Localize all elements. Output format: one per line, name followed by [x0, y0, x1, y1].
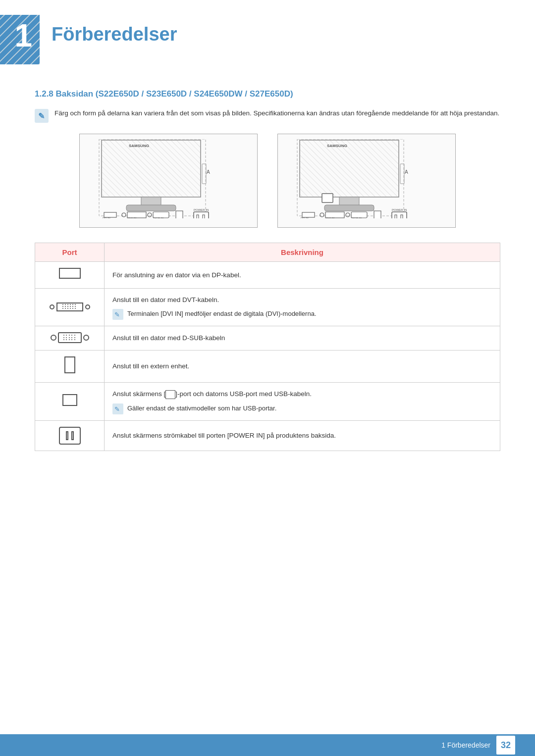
svg-point-36 [320, 213, 324, 217]
note-inline-icon-usb: ✎ [112, 403, 123, 414]
dvi-body [56, 302, 83, 311]
monitor-diagram-left: SAMSUNG A DP IN [79, 134, 258, 228]
svg-rect-23 [203, 215, 205, 218]
table-row: Anslut skärmens strömkabel till porten [… [35, 420, 500, 451]
svg-text:RGB IN: RGB IN [352, 217, 362, 218]
svg-text:SAMSUNG: SAMSUNG [129, 144, 149, 148]
page-footer: 1 Förberedelser 32 [0, 734, 535, 756]
table-row: Anslut till en dator med DVT-kabeln. ✎ T… [35, 288, 500, 326]
table-header-port: Port [35, 243, 105, 262]
svg-rect-44 [392, 212, 407, 218]
monitor-svg-right: SAMSUNG A DP IN DVI IN RGB I [295, 139, 438, 218]
power-pin-right [71, 431, 74, 440]
table-row: Anslut till en dator med D-SUB-kabeln [35, 326, 500, 351]
note-box: ✎ Färg och form på delarna kan variera f… [35, 108, 500, 123]
svg-rect-22 [197, 215, 199, 218]
svg-text:DVI IN: DVI IN [326, 217, 335, 218]
rgb-port-drawing [51, 332, 89, 343]
svg-text:POWER IN: POWER IN [194, 208, 209, 211]
port-icon-power [35, 420, 105, 451]
rgb-dot-left [51, 335, 56, 341]
footer-text: 1 Förberedelser [441, 741, 490, 749]
monitor-diagram-right: SAMSUNG A DP IN DVI IN RGB I [277, 134, 456, 228]
port-desc-power: Anslut skärmens strömkabel till porten [… [105, 420, 500, 451]
svg-rect-6 [141, 197, 161, 206]
svg-point-13 [122, 213, 126, 217]
table-row: Anslut skärmens [ ]-port och datorns USB… [35, 383, 500, 421]
svg-text:SAMSUNG: SAMSUNG [327, 144, 347, 148]
chapter-number-block: 1 [0, 15, 40, 64]
svg-text:✎: ✎ [114, 405, 120, 413]
svg-text:✎: ✎ [114, 311, 120, 318]
svg-rect-26 [300, 141, 398, 197]
port-desc-rgb: Anslut till en dator med D-SUB-kabeln [105, 326, 500, 351]
main-content: 1.2.8 Baksidan (S22E650D / S23E650D / S2… [0, 79, 535, 471]
svg-rect-19 [176, 211, 183, 218]
svg-rect-45 [395, 215, 397, 218]
note-text: Färg och form på delarna kan variera frå… [54, 108, 499, 119]
table-header-description: Beskrivning [105, 243, 500, 262]
svg-rect-21 [194, 212, 209, 218]
usb-port-drawing [62, 394, 77, 406]
svg-text:DVI IN: DVI IN [128, 217, 137, 218]
power-port-drawing [59, 427, 81, 445]
monitor-drawing-right: SAMSUNG A DP IN DVI IN RGB I [285, 139, 448, 218]
svg-text:DP IN: DP IN [103, 217, 110, 218]
rgb-dot-right [83, 335, 89, 341]
port-icon-dp [35, 262, 105, 289]
svg-text:✎: ✎ [38, 112, 45, 120]
port-icon-audio [35, 350, 105, 383]
port-desc-dvi: Anslut till en dator med DVT-kabeln. ✎ T… [105, 288, 500, 326]
table-row: Anslut till en extern enhet. [35, 350, 500, 383]
svg-rect-4 [102, 141, 200, 197]
svg-rect-42 [374, 211, 381, 218]
monitor-drawing-left: SAMSUNG A DP IN [87, 139, 250, 218]
dvi-dots [62, 304, 77, 309]
monitor-svg-left: SAMSUNG A DP IN [97, 139, 240, 218]
svg-rect-28 [339, 197, 359, 206]
footer-page-number: 32 [496, 736, 515, 755]
svg-text:DP IN: DP IN [301, 217, 309, 218]
svg-text:A: A [405, 169, 408, 175]
svg-point-39 [346, 213, 350, 217]
chapter-title: Förberedelser [40, 15, 177, 45]
table-row: För anslutning av en dator via en DP-kab… [35, 262, 500, 289]
ports-table: Port Beskrivning För anslutning av en da… [35, 243, 500, 451]
rgb-body [58, 332, 82, 343]
svg-rect-29 [324, 205, 374, 211]
port-icon-dvi [35, 288, 105, 326]
diagrams-row: SAMSUNG A DP IN [35, 134, 500, 228]
svg-rect-33 [322, 194, 333, 202]
chapter-number: 1 [14, 20, 32, 51]
port-desc-audio: Anslut till en extern enhet. [105, 350, 500, 383]
svg-text:POWER IN: POWER IN [392, 208, 407, 211]
audio-port-drawing [64, 356, 75, 373]
section-heading: 1.2.8 Baksidan (S22E650D / S23E650D / S2… [35, 89, 500, 99]
dvi-note: ✎ Terminalen [DVI IN] medföljer endast d… [112, 309, 492, 320]
usb-note: ✎ Gäller endast de stativmodeller som ha… [112, 403, 492, 414]
note-inline-icon-dvi: ✎ [112, 309, 123, 320]
svg-rect-46 [401, 215, 403, 218]
power-pin-left [66, 431, 68, 440]
svg-point-16 [148, 213, 152, 217]
usb-inline-icon [165, 390, 175, 399]
svg-text:RGB IN: RGB IN [154, 217, 164, 218]
page-header: 1 Förberedelser [0, 0, 535, 74]
port-desc-dp: För anslutning av en dator via en DP-kab… [105, 262, 500, 289]
svg-text:A: A [207, 169, 210, 175]
rgb-dots [63, 335, 76, 341]
dp-port-drawing [59, 268, 81, 279]
svg-rect-7 [126, 205, 176, 211]
port-icon-usb [35, 383, 105, 421]
port-desc-usb: Anslut skärmens [ ]-port och datorns USB… [105, 383, 500, 421]
note-icon: ✎ [35, 109, 49, 123]
port-icon-rgb [35, 326, 105, 351]
dvi-dot-right [85, 304, 90, 309]
dvi-port-drawing [50, 302, 90, 311]
dvi-dot-left [50, 304, 54, 309]
